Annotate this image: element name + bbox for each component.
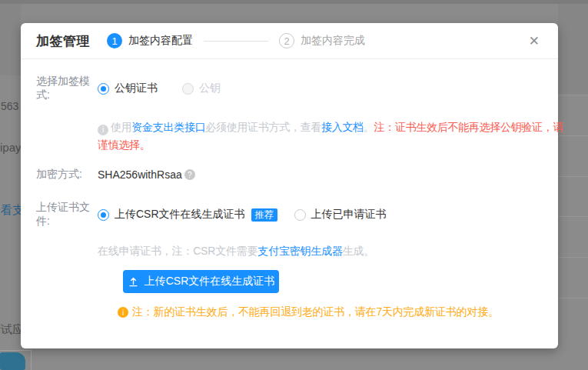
background-text-ipay: ipay bbox=[0, 141, 22, 154]
cert-mode-notice-line1: i使用资金支出类接口必须使用证书方式，查看接入文档。注：证书生效后不能再选择公钥… bbox=[98, 118, 540, 136]
step-2-circle: 2 bbox=[279, 33, 294, 48]
upload-icon bbox=[128, 276, 139, 288]
notice-text: 使用 bbox=[111, 121, 131, 133]
notice-warning-text: 注：证书生效后不能再选择公钥验证，请 bbox=[374, 121, 564, 133]
notice-warning-text-line2: 谨慎选择。 bbox=[98, 136, 540, 154]
signature-management-modal: 加签管理 1 加签内容配置 2 加签内容完成 ✕ 选择加签模式: 公钥证书 bbox=[21, 23, 558, 348]
sign-mode-row: 选择加签模式: 公钥证书 公钥 bbox=[36, 75, 540, 102]
radio-public-key-cert[interactable]: 公钥证书 bbox=[98, 82, 158, 95]
radio-upload-existing[interactable]: 上传已申请证书 bbox=[294, 208, 387, 222]
radio-selected-icon[interactable] bbox=[98, 209, 109, 221]
step-1-label: 加签内容配置 bbox=[128, 34, 193, 48]
cert-switch-warning: i 注：新的证书生效后，不能再回退到老的证书，请在7天内完成新证书的对接。 bbox=[118, 305, 540, 319]
radio-selected-icon[interactable] bbox=[98, 83, 109, 95]
recommended-badge: 推荐 bbox=[251, 208, 277, 222]
radio-upload-csr[interactable]: 上传CSR文件在线生成证书 推荐 bbox=[98, 208, 277, 222]
info-icon: i bbox=[98, 125, 108, 135]
background-table-row-line bbox=[558, 135, 588, 136]
close-icon[interactable]: ✕ bbox=[526, 33, 543, 49]
radio-public-key-cert-label: 公钥证书 bbox=[115, 82, 158, 95]
warning-info-icon: i bbox=[118, 307, 128, 318]
csr-hint: 在线申请证书，注：CSR文件需要支付宝密钥生成器生成。 bbox=[98, 245, 540, 258]
hint-text: 在线申请证书，注：CSR文件需要 bbox=[98, 245, 257, 257]
upload-csr-button[interactable]: 上传CSR文件在线生成证书 bbox=[123, 270, 279, 293]
cert-mode-notice: i使用资金支出类接口必须使用证书方式，查看接入文档。注：证书生效后不能再选择公钥… bbox=[98, 118, 540, 154]
hint-text: 生成。 bbox=[343, 245, 374, 257]
sign-mode-label: 选择加签模式: bbox=[36, 75, 98, 102]
background-top-strip bbox=[0, 0, 588, 4]
cert-switch-warning-text: 注：新的证书生效后，不能再回退到老的证书，请在7天内完成新证书的对接。 bbox=[132, 305, 499, 319]
background-app-logo bbox=[0, 352, 25, 370]
access-doc-link[interactable]: 接入文档 bbox=[321, 121, 364, 133]
radio-upload-existing-label: 上传已申请证书 bbox=[311, 208, 387, 222]
upload-csr-button-label: 上传CSR文件在线生成证书 bbox=[145, 275, 275, 288]
key-generator-link[interactable]: 支付宝密钥生成器 bbox=[257, 245, 342, 257]
background-header-band-left bbox=[0, 4, 21, 75]
encrypt-method-label: 加密方式: bbox=[36, 168, 98, 182]
encrypt-method-row: 加密方式: SHA256withRsaa ? bbox=[36, 168, 540, 182]
modal-header: 加签管理 1 加签内容配置 2 加签内容完成 ✕ bbox=[21, 23, 558, 59]
step-2-label: 加签内容完成 bbox=[301, 34, 365, 48]
background-table-row-line bbox=[558, 95, 588, 95]
radio-disabled-icon[interactable] bbox=[182, 83, 194, 95]
funds-api-link[interactable]: 资金支出类接口 bbox=[131, 121, 205, 133]
encrypt-method-value: SHA256withRsaa bbox=[98, 168, 182, 181]
notice-text: 必须使用证书方式，查看 bbox=[205, 121, 321, 133]
steps-indicator: 1 加签内容配置 2 加签内容完成 bbox=[107, 33, 365, 48]
step-1-circle: 1 bbox=[107, 33, 122, 48]
upload-cert-row: 上传证书文件: 上传CSR文件在线生成证书 推荐 上传已申请证书 bbox=[36, 201, 540, 228]
radio-unselected-icon[interactable] bbox=[294, 209, 306, 221]
modal-title: 加签管理 bbox=[36, 32, 90, 50]
screen: 563 ipay 查看支 测试应 加签管理 1 加签内容配置 2 加签内容完成 … bbox=[0, 0, 588, 370]
modal-body: 选择加签模式: 公钥证书 公钥 i使用资金支出类接口必须使用证书方式，查看接入文… bbox=[21, 59, 558, 319]
background-text-563: 563 bbox=[1, 100, 18, 112]
notice-text: 。 bbox=[364, 121, 374, 133]
background-header-band-right bbox=[558, 4, 588, 95]
background-table-row-line bbox=[558, 216, 588, 217]
background-table-row-line bbox=[558, 176, 588, 177]
radio-public-key[interactable]: 公钥 bbox=[182, 82, 221, 95]
step-connector-line bbox=[204, 41, 268, 42]
background-table-row-line bbox=[558, 257, 588, 258]
upload-cert-label: 上传证书文件: bbox=[36, 201, 98, 228]
radio-upload-csr-label: 上传CSR文件在线生成证书 bbox=[115, 208, 245, 222]
help-icon[interactable]: ? bbox=[184, 169, 195, 180]
background-table-row-line bbox=[558, 298, 588, 298]
radio-public-key-label: 公钥 bbox=[199, 82, 221, 95]
